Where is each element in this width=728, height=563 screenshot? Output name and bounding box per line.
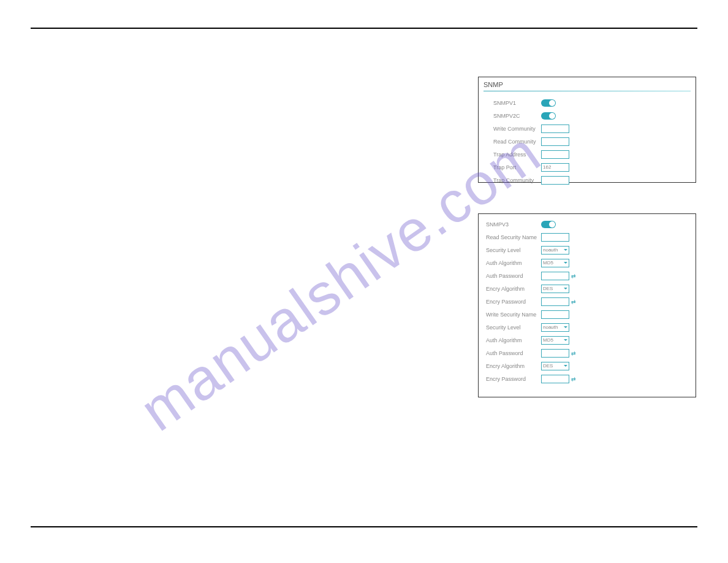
security-level-value: noauth xyxy=(543,247,558,253)
auth-algorithm-row: Auth Algorithm MD5 xyxy=(479,256,696,269)
encry-password-label: Encry Password xyxy=(486,299,541,305)
security-level-select[interactable]: noauth xyxy=(541,246,569,255)
write-security-name-label: Write Security Name xyxy=(486,312,541,318)
encry-algorithm-row-2: Encry Algorithm DES xyxy=(479,359,696,372)
encry-algorithm-row: Encry Algorithm DES xyxy=(479,282,696,295)
auth-algorithm-label-2: Auth Algorithm xyxy=(486,337,541,343)
chevron-down-icon xyxy=(564,262,567,264)
auth-algorithm-row-2: Auth Algorithm MD5 xyxy=(479,334,696,347)
snmpv1-label: SNMPV1 xyxy=(493,100,541,106)
security-level-label: Security Level xyxy=(486,247,541,253)
encry-algorithm-select-2[interactable]: DES xyxy=(541,362,569,370)
security-level-value-2: noauth xyxy=(543,324,558,330)
eye-icon[interactable]: ⇄ xyxy=(571,350,576,356)
snmpv2c-row: SNMPV2C xyxy=(479,109,696,122)
write-community-label: Write Community xyxy=(493,126,541,132)
encry-password-input-2[interactable] xyxy=(541,375,569,383)
encry-password-input[interactable] xyxy=(541,297,569,306)
snmpv1-toggle[interactable] xyxy=(541,99,556,107)
trap-port-row: Trap Port 162 xyxy=(479,161,696,174)
write-security-name-row: Write Security Name xyxy=(479,308,696,321)
security-level-select-2[interactable]: noauth xyxy=(541,323,569,332)
encry-algorithm-label-2: Encry Algorithm xyxy=(486,363,541,369)
auth-password-input-2[interactable] xyxy=(541,349,569,358)
snmp-panel-title: SNMP xyxy=(479,77,696,91)
top-divider xyxy=(31,28,697,29)
trap-community-label: Trap Community xyxy=(493,177,541,183)
trap-community-input[interactable] xyxy=(541,176,569,185)
encry-password-row-2: Encry Password ⇄ xyxy=(479,372,696,385)
read-security-name-row: Read Security Name xyxy=(479,231,696,243)
chevron-down-icon xyxy=(564,249,567,251)
write-security-name-input[interactable] xyxy=(541,310,569,319)
snmpv3-row: SNMPV3 xyxy=(479,218,696,231)
encry-algorithm-select[interactable]: DES xyxy=(541,285,569,293)
read-community-row: Read Community xyxy=(479,135,696,148)
snmpv2c-toggle[interactable] xyxy=(541,112,556,120)
auth-algorithm-select-2[interactable]: MD5 xyxy=(541,336,569,345)
eye-icon[interactable]: ⇄ xyxy=(571,376,576,382)
auth-password-label-2: Auth Password xyxy=(486,350,541,356)
trap-address-input[interactable] xyxy=(541,150,569,159)
security-level-label-2: Security Level xyxy=(486,324,541,331)
encry-algorithm-value: DES xyxy=(543,286,553,291)
write-community-row: Write Community xyxy=(479,122,696,135)
bottom-divider xyxy=(31,526,697,527)
write-community-input[interactable] xyxy=(541,124,569,133)
read-security-name-input[interactable] xyxy=(541,233,569,242)
snmpv2c-label: SNMPV2C xyxy=(493,113,541,119)
auth-algorithm-select[interactable]: MD5 xyxy=(541,259,569,267)
trap-port-label: Trap Port xyxy=(493,164,541,170)
trap-address-row: Trap Address xyxy=(479,148,696,161)
security-level-row-2: Security Level noauth xyxy=(479,321,696,334)
read-security-name-label: Read Security Name xyxy=(486,234,541,240)
auth-algorithm-label: Auth Algorithm xyxy=(486,260,541,266)
auth-algorithm-value: MD5 xyxy=(543,260,553,266)
snmpv3-label: SNMPV3 xyxy=(486,221,541,228)
snmpv1-row: SNMPV1 xyxy=(479,96,696,109)
panel-underline xyxy=(483,91,691,91)
auth-password-label: Auth Password xyxy=(486,273,541,279)
read-community-label: Read Community xyxy=(493,139,541,145)
chevron-down-icon xyxy=(564,365,567,367)
trap-address-label: Trap Address xyxy=(493,151,541,158)
snmpv3-panel: SNMPV3 Read Security Name Security Level… xyxy=(478,213,696,397)
snmp-panel: SNMP SNMPV1 SNMPV2C Write Community Read… xyxy=(478,77,696,183)
read-community-input[interactable] xyxy=(541,137,569,146)
encry-password-row: Encry Password ⇄ xyxy=(479,295,696,308)
trap-port-input[interactable]: 162 xyxy=(541,163,569,172)
chevron-down-icon xyxy=(564,339,567,341)
encry-algorithm-value-2: DES xyxy=(543,363,553,369)
snmpv3-toggle[interactable] xyxy=(541,221,556,228)
eye-icon[interactable]: ⇄ xyxy=(571,273,576,279)
auth-password-row: Auth Password ⇄ xyxy=(479,269,696,282)
encry-password-label-2: Encry Password xyxy=(486,376,541,382)
chevron-down-icon xyxy=(564,288,567,289)
trap-community-row: Trap Community xyxy=(479,174,696,186)
eye-icon[interactable]: ⇄ xyxy=(571,299,576,305)
auth-password-input[interactable] xyxy=(541,272,569,280)
chevron-down-icon xyxy=(564,326,567,328)
encry-algorithm-label: Encry Algorithm xyxy=(486,286,541,292)
security-level-row: Security Level noauth xyxy=(479,243,696,256)
auth-algorithm-value-2: MD5 xyxy=(543,337,553,343)
auth-password-row-2: Auth Password ⇄ xyxy=(479,347,696,359)
